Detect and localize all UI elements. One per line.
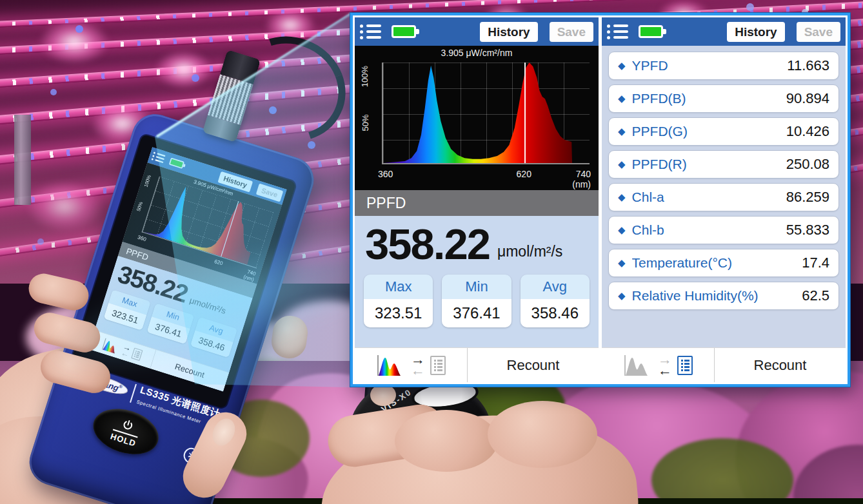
peak-marker-line: [524, 63, 526, 163]
x-axis-labels: 360 620 740: [382, 168, 590, 179]
y-tick-100: 100%: [360, 66, 370, 87]
battery-icon: [392, 25, 416, 38]
recount-label: Recount: [174, 362, 205, 380]
reading-label: PPFD(G): [632, 124, 786, 139]
spectrum-view-icon: [101, 337, 121, 355]
x-tick-740: 740: [576, 169, 591, 179]
readings-panel: History Save ◆ YPFD 11.663 ◆ PPFD(B) 90.…: [602, 17, 846, 382]
reading-label: Chl-b: [632, 222, 786, 238]
power-icon: [120, 417, 136, 433]
reading-value: 86.259: [786, 189, 829, 206]
brand-divider: [130, 384, 137, 403]
diamond-bullet-icon: ◆: [618, 159, 626, 170]
reading-row-ppfd-b: ◆ PPFD(B) 90.894: [608, 84, 839, 113]
menu-icon[interactable]: [607, 24, 628, 39]
y-tick-50: 50%: [361, 114, 370, 131]
light-glow: [26, 180, 103, 232]
ppfd-unit: μmol/m²/s: [497, 243, 562, 260]
swap-arrows-icon: →←: [411, 354, 425, 376]
diamond-bullet-icon: ◆: [618, 60, 626, 72]
reading-label: Temperature(°C): [632, 255, 802, 271]
reading-label: PPFD(R): [632, 157, 786, 172]
reading-label: YPFD: [632, 58, 788, 73]
list-view-icon: [131, 347, 143, 361]
reading-value: 55.833: [786, 222, 829, 238]
reading-label: Chl-a: [632, 189, 786, 205]
x-tick-620: 620: [213, 258, 224, 267]
swap-arrows-icon: →←: [658, 354, 672, 376]
reading-value: 250.08: [786, 156, 829, 173]
diamond-bullet-icon: ◆: [618, 126, 626, 137]
recount-label: Recount: [507, 357, 560, 374]
stat-label: Min: [442, 275, 511, 299]
peak-irradiance-label: 3.905 μW/cm²/nm: [355, 48, 599, 58]
reading-value: 17.4: [802, 255, 829, 271]
recount-button[interactable]: Recount: [715, 348, 846, 382]
scene: { "spectrum_panel": { "history_label": "…: [0, 0, 863, 504]
menu-icon: [152, 151, 166, 163]
x-axis-unit: (nm): [572, 179, 591, 189]
plot-area: [382, 63, 590, 164]
recount-button[interactable]: Recount: [468, 348, 599, 382]
battery-icon: [169, 157, 184, 169]
mode-title: PPFD: [366, 195, 406, 212]
list-view-icon: [430, 356, 446, 375]
reading-row-ypfd: ◆ YPFD 11.663: [608, 52, 839, 80]
stat-card-min: Min 376.41: [442, 275, 511, 327]
app-screens: History Save 3.905 μW/cm²/nm 100% 50% 36…: [350, 13, 850, 387]
thumb-nail: [208, 415, 239, 450]
reading-value: 62.5: [802, 287, 829, 304]
spectrum-curve: [383, 63, 590, 163]
spectrum-view-icon: [623, 354, 653, 377]
battery-icon: [639, 25, 663, 38]
reading-value: 10.426: [786, 123, 829, 140]
stat-label: Avg: [521, 275, 590, 299]
save-button[interactable]: Save: [797, 22, 840, 42]
diamond-bullet-icon: ◆: [618, 290, 626, 302]
stat-card-avg: Avg 358.46: [190, 317, 238, 358]
spectrum-panel: History Save 3.905 μW/cm²/nm 100% 50% 36…: [355, 17, 599, 382]
hold-label: HOLD: [109, 431, 137, 449]
reading-row-chl-a: ◆ Chl-a 86.259: [608, 183, 839, 211]
bottom-bar: →← Recount: [355, 347, 599, 382]
diamond-bullet-icon: ◆: [618, 93, 626, 104]
reading-row-chl-b: ◆ Chl-b 55.833: [608, 216, 839, 244]
readings-list: ◆ YPFD 11.663 ◆ PPFD(B) 90.894 ◆ PPFD(G)…: [602, 46, 846, 347]
list-view-icon: [677, 356, 693, 375]
reading-row-ppfd-g: ◆ PPFD(G) 10.426: [608, 117, 839, 146]
blue-led-dots: [0, 0, 4, 4]
reading-label: Relative Humidity(%): [632, 288, 802, 304]
bottom-bar: →← Recount: [602, 347, 846, 382]
value-area: 358.22 μmol/m²/s Max 323.51 Min 376.41 A…: [355, 216, 599, 347]
stat-value: 358.46: [521, 299, 590, 327]
right-hand-knuckle: [395, 410, 498, 472]
right-hand-knuckle: [488, 401, 597, 468]
y-tick-50: 50%: [135, 201, 144, 212]
panel-header: History Save: [602, 17, 846, 46]
stats-row: Max 323.51 Min 376.41 Avg 358.46: [355, 268, 599, 336]
right-hand-fingernail: [370, 384, 396, 406]
spectrum-chart: 3.905 μW/cm²/nm 100% 50% 360 620 740 (nm…: [355, 46, 599, 190]
light-glow: [39, 19, 110, 64]
view-toggle[interactable]: →←: [602, 348, 715, 382]
rack-pillar: [14, 115, 31, 205]
diamond-bullet-icon: ◆: [618, 191, 626, 203]
stat-card-avg: Avg 358.46: [521, 275, 590, 327]
menu-icon[interactable]: [360, 24, 381, 39]
save-button[interactable]: Save: [550, 22, 593, 42]
stat-card-max: Max 323.51: [104, 289, 152, 331]
diamond-bullet-icon: ◆: [618, 257, 626, 269]
reading-value: 90.894: [786, 90, 829, 107]
diamond-bullet-icon: ◆: [618, 224, 626, 236]
reading-row-humidity: ◆ Relative Humidity(%) 62.5: [608, 282, 839, 310]
measurement-mode-bar: PPFD: [355, 190, 599, 216]
x-tick-620: 620: [517, 169, 531, 179]
stat-value: 376.41: [442, 299, 511, 327]
light-glow: [155, 50, 213, 89]
y-tick-100: 100%: [143, 174, 152, 188]
history-button[interactable]: History: [727, 22, 784, 42]
reading-label: PPFD(B): [632, 91, 786, 106]
reading-row-ppfd-r: ◆ PPFD(R) 250.08: [608, 150, 839, 179]
view-toggle[interactable]: →←: [355, 348, 468, 382]
history-button[interactable]: History: [480, 22, 537, 42]
